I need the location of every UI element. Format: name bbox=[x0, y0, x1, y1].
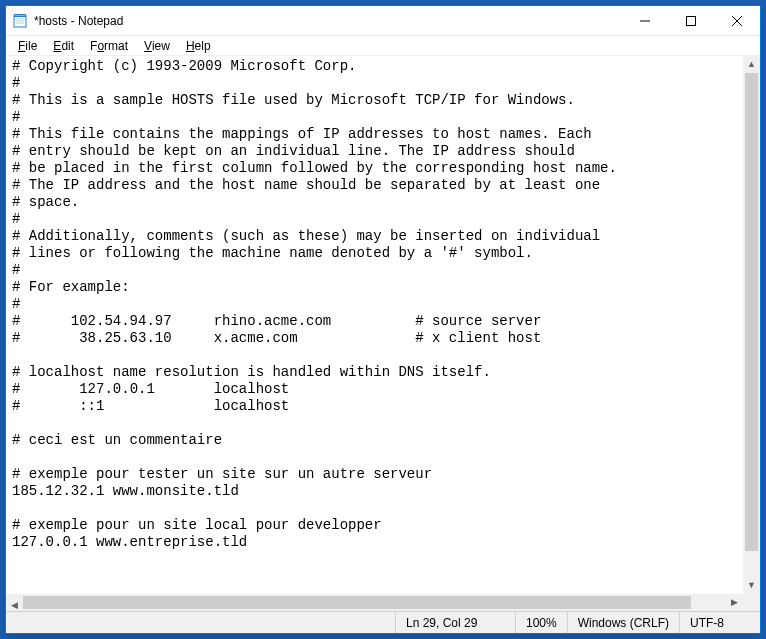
scroll-left-arrow-icon[interactable]: ◀ bbox=[6, 597, 23, 611]
menu-file[interactable]: File bbox=[10, 38, 45, 54]
menu-format[interactable]: Format bbox=[82, 38, 136, 54]
svg-rect-0 bbox=[14, 16, 26, 27]
svg-point-3 bbox=[17, 14, 18, 15]
scrollbar-corner bbox=[743, 594, 760, 611]
scroll-up-arrow-icon[interactable]: ▲ bbox=[743, 56, 760, 73]
close-button[interactable] bbox=[714, 6, 760, 35]
editor-area: # Copyright (c) 1993-2009 Microsoft Corp… bbox=[6, 56, 760, 611]
menu-view[interactable]: View bbox=[136, 38, 178, 54]
svg-point-4 bbox=[19, 14, 20, 15]
notepad-window: *hosts - Notepad File Edit Format View H… bbox=[5, 5, 761, 634]
svg-point-5 bbox=[21, 14, 22, 15]
svg-rect-11 bbox=[687, 16, 696, 25]
menu-help[interactable]: Help bbox=[178, 38, 219, 54]
svg-point-2 bbox=[15, 14, 16, 15]
text-editor[interactable]: # Copyright (c) 1993-2009 Microsoft Corp… bbox=[6, 56, 743, 594]
maximize-button[interactable] bbox=[668, 6, 714, 35]
menubar: File Edit Format View Help bbox=[6, 36, 760, 56]
horizontal-scroll-thumb[interactable] bbox=[23, 596, 691, 609]
horizontal-scrollbar[interactable]: ◀ ▶ bbox=[6, 594, 760, 611]
scroll-down-arrow-icon[interactable]: ▼ bbox=[743, 577, 760, 594]
statusbar-spacer bbox=[6, 612, 396, 633]
window-title: *hosts - Notepad bbox=[34, 14, 622, 28]
status-encoding: UTF-8 bbox=[680, 612, 760, 633]
vertical-scrollbar[interactable]: ▲ ▼ bbox=[743, 56, 760, 594]
scroll-right-arrow-icon[interactable]: ▶ bbox=[726, 594, 743, 611]
statusbar: Ln 29, Col 29 100% Windows (CRLF) UTF-8 bbox=[6, 611, 760, 633]
status-cursor-position: Ln 29, Col 29 bbox=[396, 612, 516, 633]
notepad-icon bbox=[12, 13, 28, 29]
vertical-scroll-thumb[interactable] bbox=[745, 73, 758, 551]
svg-point-6 bbox=[23, 14, 24, 15]
horizontal-scroll-track[interactable] bbox=[23, 594, 726, 611]
titlebar[interactable]: *hosts - Notepad bbox=[6, 6, 760, 36]
window-controls bbox=[622, 6, 760, 35]
minimize-button[interactable] bbox=[622, 6, 668, 35]
status-line-ending: Windows (CRLF) bbox=[568, 612, 680, 633]
status-zoom: 100% bbox=[516, 612, 568, 633]
menu-edit[interactable]: Edit bbox=[45, 38, 82, 54]
